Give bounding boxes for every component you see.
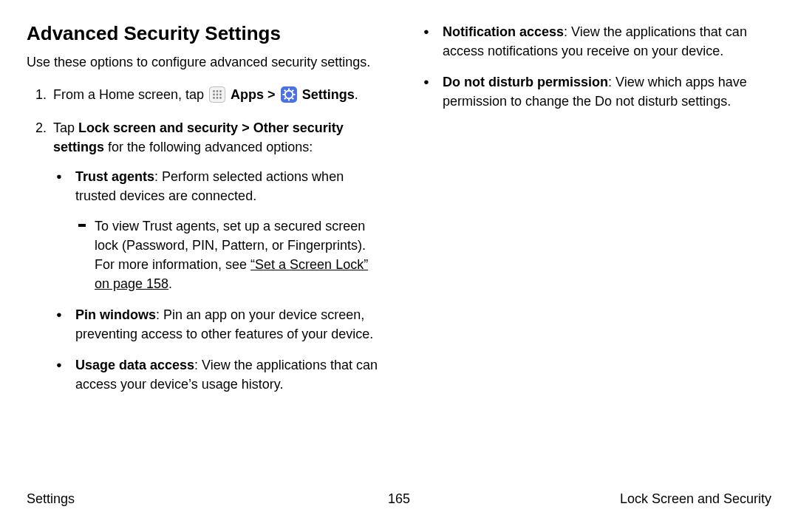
settings-icon: [281, 86, 297, 108]
dnd-bold: Do not disturb permission: [443, 75, 608, 89]
usage-bold: Usage data access: [75, 358, 194, 372]
pin-bold: Pin windows: [75, 307, 156, 322]
left-column: Advanced Security Settings Use these opt…: [27, 22, 381, 406]
intro-text: Use these options to configure advanced …: [27, 52, 381, 72]
footer-right: Lock Screen and Security: [620, 491, 771, 507]
svg-point-3: [219, 90, 222, 92]
settings-label: Settings: [302, 87, 355, 102]
step-1: From a Home screen, tap Apps >: [50, 85, 381, 108]
svg-line-18: [284, 98, 285, 99]
svg-point-9: [219, 97, 222, 99]
svg-point-4: [213, 94, 215, 96]
period2: .: [168, 276, 172, 291]
svg-point-1: [213, 90, 215, 92]
steps-list: From a Home screen, tap Apps >: [27, 85, 381, 394]
step2-prefix: Tap: [53, 120, 78, 135]
svg-line-19: [292, 90, 293, 92]
option-usage-data: Usage data access: View the applications…: [72, 355, 381, 394]
svg-point-8: [216, 97, 219, 99]
svg-line-16: [284, 90, 285, 92]
option-pin-windows: Pin windows: Pin an app on your device s…: [72, 305, 381, 344]
svg-point-2: [216, 90, 219, 92]
step1-text: From a Home screen, tap: [53, 87, 208, 102]
step2-suffix: for the following advanced options:: [104, 140, 313, 154]
chevron: >: [267, 87, 279, 102]
option-trust-agents: Trust agents: Perform selected actions w…: [72, 167, 381, 293]
svg-point-20: [287, 93, 290, 96]
period: .: [355, 87, 358, 102]
step-2: Tap Lock screen and security > Other sec…: [50, 118, 381, 394]
apps-icon: [209, 86, 225, 108]
trust-bold: Trust agents: [75, 169, 154, 184]
notif-bold: Notification access: [443, 24, 564, 39]
option-notification-access: Notification access: View the applicatio…: [440, 22, 771, 61]
page-heading: Advanced Security Settings: [27, 22, 381, 45]
apps-label: Apps: [231, 87, 264, 102]
footer-left: Settings: [27, 491, 75, 507]
trust-sublist: To view Trust agents, set up a secured s…: [75, 216, 381, 293]
svg-line-17: [292, 98, 293, 99]
right-column: Notification access: View the applicatio…: [417, 22, 771, 406]
svg-point-6: [219, 94, 222, 96]
page-footer: Settings 165 Lock Screen and Security: [27, 491, 771, 507]
svg-point-7: [213, 97, 215, 99]
option-dnd-permission: Do not disturb permission: View which ap…: [440, 72, 771, 111]
options-list-continued: Notification access: View the applicatio…: [417, 22, 771, 111]
svg-point-5: [216, 94, 219, 96]
page-number: 165: [388, 491, 410, 507]
options-list: Trust agents: Perform selected actions w…: [53, 167, 381, 394]
trust-subitem: To view Trust agents, set up a secured s…: [95, 216, 381, 293]
